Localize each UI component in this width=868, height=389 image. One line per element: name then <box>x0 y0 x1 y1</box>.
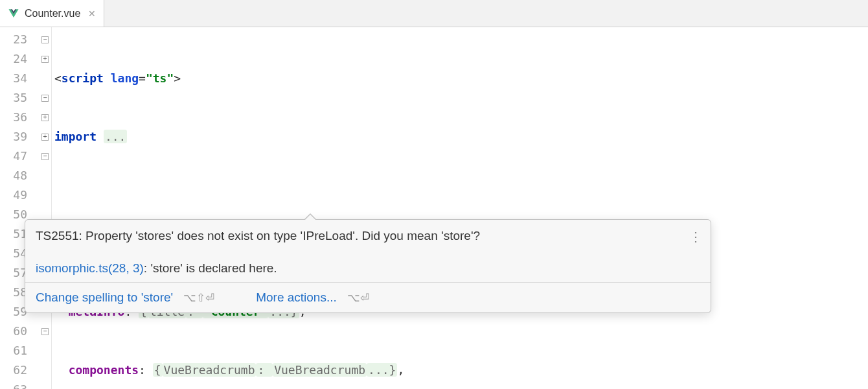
quick-fix-action[interactable]: Change spelling to 'store' <box>36 290 173 305</box>
line-number: 60 <box>0 322 27 341</box>
line-gutter: 23 24 34 35 36 39 47 48 49 50 51 54 57 5… <box>0 27 39 389</box>
code-line: <script lang="ts"> <box>52 69 868 88</box>
shortcut-hint: ⌥⏎ <box>347 291 369 305</box>
code-line <box>52 185 868 205</box>
close-icon[interactable]: ✕ <box>88 8 96 19</box>
line-number: 36 <box>0 108 27 127</box>
code-line: components: {VueBreadcrumb: VueBreadcrum… <box>52 360 868 380</box>
line-number: 48 <box>0 166 27 185</box>
line-number: 24 <box>0 49 27 69</box>
fold-toggle-icon[interactable]: + <box>41 56 49 63</box>
editor-tab[interactable]: Counter.vue ✕ <box>0 0 104 27</box>
tab-bar: Counter.vue ✕ <box>0 0 868 27</box>
fold-toggle-icon[interactable]: − <box>41 36 49 43</box>
line-number: 54 <box>0 244 27 263</box>
code-line: import ... <box>52 127 868 147</box>
line-number: 35 <box>0 88 27 108</box>
error-tooltip: ⋮ TS2551: Property 'stores' does not exi… <box>25 219 711 313</box>
line-number: 59 <box>0 302 27 322</box>
line-number: 34 <box>0 69 27 88</box>
line-number: 39 <box>0 127 27 147</box>
fold-toggle-icon[interactable]: − <box>41 328 49 335</box>
line-number: 23 <box>0 30 27 49</box>
line-number: 58 <box>0 283 27 302</box>
shortcut-hint: ⌥⇧⏎ <box>183 291 214 305</box>
tab-filename: Counter.vue <box>25 8 80 19</box>
more-options-icon[interactable]: ⋮ <box>689 229 702 244</box>
editor: 23 24 34 35 36 39 47 48 49 50 51 54 57 5… <box>0 27 868 389</box>
line-number: 50 <box>0 205 27 224</box>
fold-toggle-icon[interactable]: − <box>41 95 49 102</box>
error-reference: isomorphic.ts(28, 3): 'store' is declare… <box>36 261 700 276</box>
tooltip-actions: Change spelling to 'store' ⌥⇧⏎ More acti… <box>25 283 711 312</box>
error-message: TS2551: Property 'stores' does not exist… <box>36 229 700 243</box>
fold-toggle-icon[interactable]: + <box>41 114 49 121</box>
reference-link[interactable]: isomorphic.ts(28, 3) <box>36 261 144 275</box>
line-number: 62 <box>0 360 27 380</box>
line-number: 51 <box>0 224 27 244</box>
code-content[interactable]: <script lang="ts"> import ... export def… <box>52 27 868 389</box>
line-number: 47 <box>0 147 27 166</box>
fold-toggle-icon[interactable]: + <box>41 134 49 141</box>
line-number: 49 <box>0 185 27 205</box>
fold-gutter: − + − + + − − <box>39 27 52 389</box>
fold-toggle-icon[interactable]: − <box>41 153 49 160</box>
line-number: 63 <box>0 380 27 389</box>
line-number: 57 <box>0 263 27 283</box>
more-actions-link[interactable]: More actions... <box>256 290 337 305</box>
vue-icon <box>8 8 19 19</box>
line-number: 61 <box>0 341 27 360</box>
